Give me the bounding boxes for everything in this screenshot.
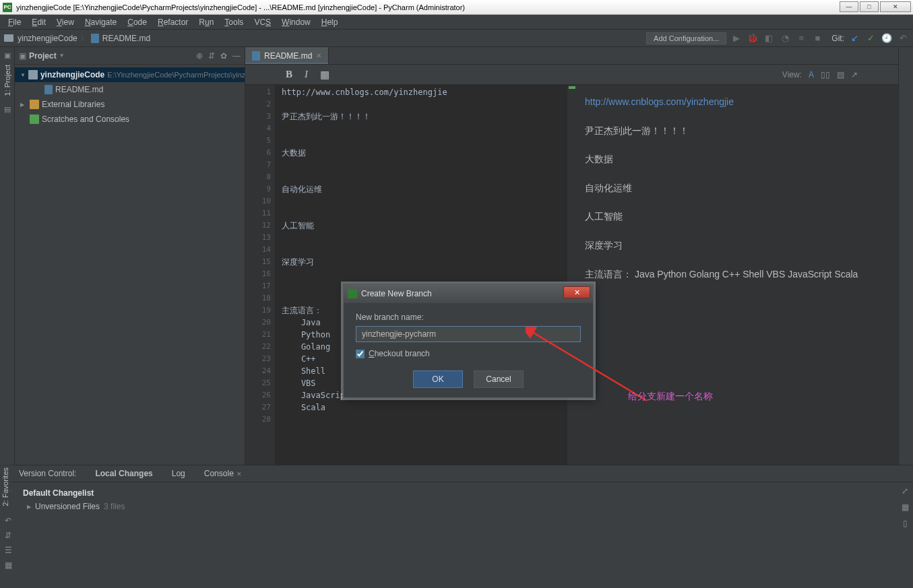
close-tab-icon[interactable]: ✕ bbox=[316, 52, 321, 59]
view-external-icon[interactable]: ↗ bbox=[851, 70, 858, 79]
coverage-icon[interactable]: ◧ bbox=[763, 32, 775, 44]
debug-icon[interactable]: 🐞 bbox=[747, 32, 759, 44]
image-button[interactable]: ▦ bbox=[320, 69, 329, 81]
settings-icon[interactable]: ✿ bbox=[220, 51, 227, 61]
run-icon[interactable]: ▶ bbox=[730, 32, 743, 44]
breadcrumb: yinzhengjieCode 〉 README.md bbox=[4, 32, 150, 44]
minimize-button[interactable]: — bbox=[840, 1, 858, 12]
line-gutter: 1234567891011121314151617181920212223242… bbox=[245, 85, 275, 465]
profile-icon[interactable]: ◔ bbox=[779, 32, 791, 44]
editor-tabs: README.md ✕ bbox=[245, 47, 898, 65]
maximize-button[interactable]: □ bbox=[860, 1, 879, 12]
editor-tab-readme[interactable]: README.md ✕ bbox=[245, 47, 329, 64]
preview-text: 深度学习 bbox=[585, 236, 889, 255]
code-editor[interactable]: 1234567891011121314151617181920212223242… bbox=[245, 85, 575, 465]
project-panel: ▣ Project ▼ ⊕ ⇵ ✿ — ▼ yinzhengjieCode E:… bbox=[15, 47, 245, 465]
add-configuration-button[interactable]: Add Configuration... bbox=[646, 32, 726, 44]
dialog-close-button[interactable]: ✕ bbox=[563, 286, 590, 298]
annotation-text: 给分支新建一个名称 bbox=[628, 391, 713, 403]
preview-text: 大数据 bbox=[585, 150, 889, 168]
tree-file-readme[interactable]: README.md bbox=[15, 82, 245, 97]
vcs-right-toolbar: ⤢ ▦ ▯ bbox=[897, 482, 913, 588]
concurrency-icon[interactable]: ≡ bbox=[795, 32, 807, 44]
left-tool-gutter: ▣ 1: Project ▤ bbox=[0, 47, 15, 465]
menu-view[interactable]: View bbox=[51, 16, 80, 28]
tab-console[interactable]: Console✕ bbox=[195, 469, 251, 478]
tree-external-libs[interactable]: ▶ External Libraries bbox=[15, 97, 245, 112]
project-panel-title[interactable]: Project bbox=[29, 51, 57, 61]
project-tree: ▼ yinzhengjieCode E:\YinzhengjieCode\Pyc… bbox=[15, 65, 245, 465]
pycharm-icon bbox=[348, 289, 357, 298]
default-changelist[interactable]: Default Changelist bbox=[23, 486, 890, 500]
project-select-icon[interactable]: ▣ bbox=[19, 51, 26, 61]
tree-root[interactable]: ▼ yinzhengjieCode E:\YinzhengjieCode\Pyc… bbox=[15, 67, 245, 82]
right-tool-gutter bbox=[898, 47, 913, 465]
right-marker-strip bbox=[567, 85, 575, 465]
project-tool-tab[interactable]: 1: Project bbox=[2, 62, 13, 98]
git-history-icon[interactable]: 🕘 bbox=[881, 32, 893, 44]
menu-run[interactable]: Run bbox=[193, 16, 219, 28]
preview-diff-icon[interactable]: ▯ bbox=[903, 519, 908, 528]
close-button[interactable]: ✕ bbox=[880, 1, 911, 12]
view-preview-icon[interactable]: ▤ bbox=[837, 70, 844, 79]
git-revert-icon[interactable]: ↶ bbox=[897, 32, 909, 44]
create-branch-dialog: Create New Branch ✕ New branch name: Che… bbox=[343, 284, 594, 398]
view-split-icon[interactable]: ▯▯ bbox=[821, 70, 830, 79]
tree-scratches[interactable]: Scratches and Consoles bbox=[15, 112, 245, 127]
dialog-titlebar[interactable]: Create New Branch ✕ bbox=[344, 284, 593, 303]
menu-tools[interactable]: Tools bbox=[219, 16, 249, 28]
collapse-icon[interactable]: ⇵ bbox=[208, 51, 215, 61]
unversioned-files[interactable]: ▶ Unversioned Files 3 files bbox=[23, 500, 890, 513]
menu-navigate[interactable]: Navigate bbox=[80, 16, 122, 28]
target-icon[interactable]: ⊕ bbox=[196, 51, 203, 61]
menu-refactor[interactable]: Refactor bbox=[152, 16, 193, 28]
italic-button[interactable]: I bbox=[305, 69, 308, 80]
stop-icon[interactable]: ■ bbox=[811, 32, 823, 44]
menu-help[interactable]: Help bbox=[316, 16, 344, 28]
changes-tree: Default Changelist ▶ Unversioned Files 3… bbox=[16, 482, 897, 588]
tab-log[interactable]: Log bbox=[162, 469, 195, 478]
markdown-file-icon bbox=[252, 51, 260, 61]
structure-tool-icon[interactable]: ▤ bbox=[2, 104, 13, 115]
group-icon[interactable]: ▦ bbox=[902, 502, 909, 512]
menu-file[interactable]: File bbox=[3, 16, 26, 28]
markdown-toolbar: B I ▦ View: A ▯▯ ▤ ↗ bbox=[245, 65, 898, 85]
branch-name-input[interactable] bbox=[356, 326, 581, 342]
breadcrumb-separator: 〉 bbox=[80, 32, 88, 44]
dialog-title: Create New Branch bbox=[361, 289, 432, 298]
scratch-icon bbox=[30, 115, 39, 124]
menu-vcs[interactable]: VCS bbox=[249, 16, 276, 28]
shelve-icon[interactable]: ▦ bbox=[5, 560, 12, 570]
toolbar: yinzhengjieCode 〉 README.md Add Configur… bbox=[0, 30, 913, 47]
folder-icon bbox=[28, 70, 38, 79]
preview-text: 主流语言： Java Python Golang C++ Shell VBS J… bbox=[585, 265, 889, 284]
menu-code[interactable]: Code bbox=[122, 16, 152, 28]
git-commit-icon[interactable]: ✓ bbox=[864, 32, 877, 44]
breadcrumb-file[interactable]: README.md bbox=[102, 34, 150, 43]
checkout-branch-checkbox[interactable] bbox=[356, 350, 365, 358]
menu-edit[interactable]: Edit bbox=[26, 16, 51, 28]
bottom-tabs: Version Control: Local Changes Log Conso… bbox=[0, 465, 913, 482]
menu-window[interactable]: Window bbox=[276, 16, 316, 28]
tab-local-changes[interactable]: Local Changes bbox=[86, 469, 162, 478]
preview-link[interactable]: http://www.cnblogs.com/yinzhengjie bbox=[585, 96, 734, 107]
editor-area: README.md ✕ B I ▦ View: A ▯▯ ▤ ↗ 1234567… bbox=[245, 47, 898, 465]
revert-icon[interactable]: ↶ bbox=[5, 516, 11, 525]
diff-icon[interactable]: ⇵ bbox=[5, 531, 11, 540]
expand-icon[interactable]: ⤢ bbox=[902, 486, 908, 496]
cancel-button[interactable]: Cancel bbox=[474, 370, 524, 388]
window-controls: — □ ✕ bbox=[840, 1, 911, 12]
ok-button[interactable]: OK bbox=[413, 370, 463, 388]
git-update-icon[interactable]: ↙ bbox=[848, 32, 860, 44]
changelist-icon[interactable]: ☰ bbox=[5, 546, 12, 555]
bold-button[interactable]: B bbox=[286, 69, 292, 80]
status-indicator bbox=[569, 86, 575, 89]
code-content[interactable]: http://www.cnblogs.com/yinzhengjie 尹正杰到此… bbox=[275, 85, 567, 465]
hide-icon[interactable]: — bbox=[232, 51, 241, 61]
vcs-panel: ⟳ ✓ ↶ ⇵ ☰ ▦ Default Changelist ▶ Unversi… bbox=[0, 482, 913, 588]
favorites-tool-tab[interactable]: 2: Favorites bbox=[0, 465, 11, 509]
project-tool-icon[interactable]: ▣ bbox=[2, 50, 13, 61]
breadcrumb-project[interactable]: yinzhengjieCode bbox=[18, 34, 77, 43]
view-text-icon[interactable]: A bbox=[809, 70, 814, 79]
branch-name-label: New branch name: bbox=[356, 313, 424, 322]
